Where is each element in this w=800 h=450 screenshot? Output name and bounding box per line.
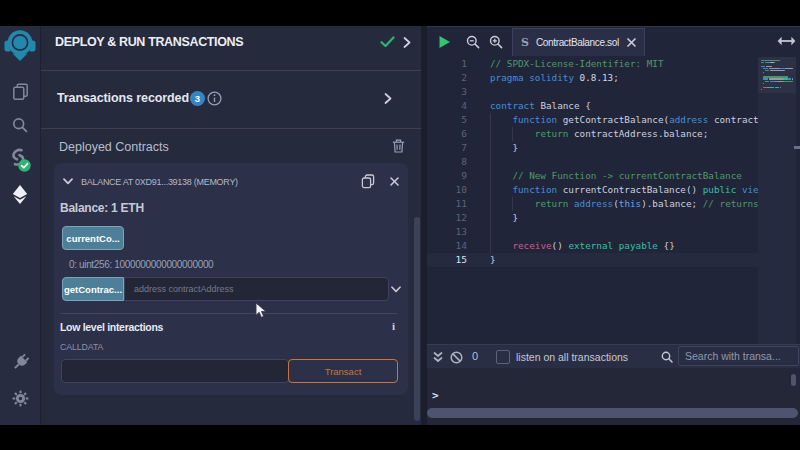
low-level-info-icon[interactable]: i	[392, 320, 395, 332]
minimap-bar	[761, 60, 780, 61]
listen-checkbox[interactable]	[496, 350, 510, 364]
editor-tab-contractbalance[interactable]: S ContractBalance.sol	[512, 28, 645, 56]
expand-args-chevron-icon[interactable]	[391, 286, 401, 293]
terminal-search-icon	[661, 351, 673, 363]
code-editor: S ContractBalance.sol	[427, 26, 800, 344]
instance-collapse-chevron-icon[interactable]	[63, 178, 73, 185]
zoom-in-icon[interactable]	[489, 35, 503, 49]
code-line: receive() external payable {}	[427, 239, 758, 253]
deployed-contracts-label: Deployed Contracts	[59, 140, 169, 154]
trash-icon[interactable]	[392, 139, 405, 153]
minimap-bar	[769, 87, 774, 88]
info-circle-icon[interactable]	[207, 91, 222, 106]
instance-balance: Balance: 1 ETH	[60, 201, 144, 215]
panel-title: DEPLOY & RUN TRANSACTIONS	[55, 35, 243, 49]
run-script-play-icon[interactable]	[438, 35, 451, 49]
copy-address-icon[interactable]	[361, 174, 375, 189]
code-line: return contractAddress.balance;	[427, 127, 758, 141]
deploy-and-run-icon[interactable]	[0, 185, 40, 204]
solidity-file-icon: S	[521, 36, 529, 50]
calldata-input[interactable]	[61, 359, 289, 383]
code-line: }	[427, 211, 758, 225]
code-line: function getContractBalance(address cont…	[427, 113, 758, 127]
call-output-value: 0: uint256: 1000000000000000000	[69, 259, 213, 270]
minimap-bar	[792, 78, 794, 79]
get-contract-balance-button[interactable]: getContrac...	[62, 277, 124, 301]
code-line: // New Function -> currentContractBalanc…	[427, 169, 758, 183]
expand-terminal-icon[interactable]	[432, 351, 444, 364]
terminal: 0 listen on all transactions >	[427, 344, 800, 425]
clear-console-ban-icon[interactable]	[450, 351, 463, 364]
transact-button[interactable]: Transact	[288, 359, 398, 383]
minimap-bar	[775, 87, 779, 88]
settings-gear-icon[interactable]	[0, 390, 40, 407]
panel-check-icon	[380, 36, 395, 48]
panel-chevron-right-icon[interactable]	[403, 37, 411, 48]
code-line	[427, 155, 758, 169]
terminal-vertical-scrollbar[interactable]	[791, 374, 796, 386]
remix-ide-window: DEPLOY & RUN TRANSACTIONS Transactions r…	[0, 0, 800, 450]
minimap-bar	[763, 78, 768, 79]
transactions-recorded-label: Transactions recorded	[57, 91, 189, 105]
code-line: function currentContractBalance() public…	[427, 183, 758, 197]
transactions-chevron-right-icon[interactable]	[384, 93, 392, 104]
pending-tx-count: 0	[472, 350, 478, 362]
swap-panel-arrows-icon[interactable]	[777, 35, 796, 47]
scrollbar-cursor-marker	[794, 146, 800, 149]
contract-instance-card: BALANCE AT 0XD91...39138 (MEMORY) Balanc…	[54, 163, 408, 395]
remix-logo[interactable]	[0, 27, 40, 62]
search-icon[interactable]	[0, 117, 40, 133]
listen-label[interactable]: listen on all transactions	[516, 351, 628, 363]
editor-toolbar: S ContractBalance.sol	[427, 26, 800, 55]
minimap-bar	[777, 81, 784, 82]
solidity-compiler-icon[interactable]	[0, 148, 40, 174]
minimap-bar	[784, 81, 793, 82]
mouse-cursor	[255, 302, 268, 319]
divider	[41, 128, 421, 129]
terminal-prompt[interactable]: >	[432, 389, 439, 402]
plugin-manager-icon[interactable]	[0, 353, 40, 372]
code-line: }	[427, 141, 758, 155]
indent-guide	[490, 113, 491, 253]
indent-guide	[512, 127, 513, 141]
minimap-bar	[765, 81, 769, 82]
contract-address-input[interactable]	[124, 277, 389, 301]
code-line	[427, 85, 758, 99]
divider	[60, 313, 397, 314]
code-line: }	[427, 253, 758, 267]
minimap-bar	[761, 89, 762, 90]
code-line: // SPDX-License-Identifier: MIT	[427, 57, 758, 71]
zoom-out-icon[interactable]	[466, 35, 480, 49]
minimap-bar	[769, 78, 785, 79]
code-line: contract Balance {	[427, 99, 758, 113]
minimap-bar	[788, 78, 790, 79]
tab-filename: ContractBalance.sol	[536, 37, 619, 48]
minimap-bar	[763, 83, 764, 84]
low-level-interactions-label: Low level interactions	[60, 321, 163, 333]
minimap-bar	[763, 76, 788, 77]
panel-scrollbar-thumb[interactable]	[414, 217, 420, 421]
terminal-search-input[interactable]	[678, 346, 799, 366]
terminal-horizontal-scrollbar[interactable]	[427, 408, 798, 418]
calldata-label: CALLDATA	[60, 342, 103, 352]
minimap-bar	[780, 87, 781, 88]
code-line	[427, 225, 758, 239]
remove-instance-icon[interactable]	[390, 177, 399, 186]
indent-guide	[512, 197, 513, 211]
instance-title[interactable]: BALANCE AT 0XD91...39138 (MEMORY)	[81, 177, 238, 187]
minimap-bar	[784, 78, 788, 79]
code-line: return address(this).balance; // returns…	[427, 197, 758, 211]
current-contract-balance-button[interactable]: currentCo...	[62, 226, 124, 250]
tab-close-icon[interactable]	[627, 38, 636, 47]
sidebar-icon-strip	[0, 26, 40, 425]
terminal-toolbar: 0 listen on all transactions	[427, 344, 800, 368]
deploy-run-panel: DEPLOY & RUN TRANSACTIONS Transactions r…	[41, 26, 421, 425]
code-area[interactable]: 1// SPDX-License-Identifier: MIT2pragma …	[427, 57, 800, 344]
code-line: pragma solidity 0.8.13;	[427, 71, 758, 85]
divider	[41, 70, 421, 71]
file-explorer-icon[interactable]	[0, 83, 40, 100]
transactions-count-badge: 3	[190, 91, 205, 106]
minimap[interactable]	[758, 57, 796, 344]
